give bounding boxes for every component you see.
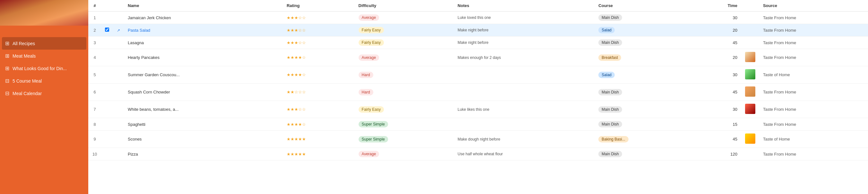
recipe-thumb-cell bbox=[741, 118, 759, 130]
recipe-name-cell: Squash Corn Chowder bbox=[124, 84, 283, 101]
recipe-stars[interactable]: ★★☆☆☆ bbox=[283, 84, 355, 101]
col-notes: Notes bbox=[454, 0, 595, 11]
recipe-name[interactable]: Pizza bbox=[128, 152, 138, 157]
course-badge: Main Dish bbox=[598, 106, 622, 113]
recipe-name[interactable]: Squash Corn Chowder bbox=[128, 90, 170, 94]
recipe-name-cell: Hearty Pancakes bbox=[124, 49, 283, 66]
recipe-course: Salad bbox=[594, 66, 695, 84]
course-badge: Main Dish bbox=[598, 151, 622, 157]
table-row: 7White beans, tomatoes, a...★★★☆☆Fairly … bbox=[88, 101, 868, 118]
row-num: 3 bbox=[88, 37, 101, 49]
recipe-source: Taste From Home bbox=[759, 148, 868, 160]
recipe-difficulty: Fairly Easy bbox=[355, 24, 454, 37]
sidebar-item-meal-calendar[interactable]: ⊟Meal Calendar bbox=[0, 87, 88, 100]
recipe-thumb-cell bbox=[741, 66, 759, 84]
row-num: 4 bbox=[88, 49, 101, 66]
recipe-name[interactable]: Scones bbox=[128, 137, 142, 142]
row-num: 1 bbox=[88, 11, 101, 24]
table-row: 4Hearty Pancakes★★★★☆AverageMakes enough… bbox=[88, 49, 868, 66]
recipe-stars[interactable]: ★★★★☆ bbox=[283, 66, 355, 84]
recipe-notes: Make dough night before bbox=[454, 130, 595, 148]
table-row: 6Squash Corn Chowder★★☆☆☆HardMain Dish45… bbox=[88, 84, 868, 101]
recipe-course: Main Dish bbox=[594, 84, 695, 101]
recipe-notes: Make night before bbox=[454, 37, 595, 49]
recipe-stars[interactable]: ★★★☆☆ bbox=[283, 101, 355, 118]
sidebar-icon-all-recipes: ⊞ bbox=[5, 40, 9, 46]
recipe-time: 30 bbox=[695, 66, 741, 84]
recipe-stars[interactable]: ★★★★☆ bbox=[283, 49, 355, 66]
recipe-course: Baking Basi... bbox=[594, 130, 695, 148]
sidebar-item-all-recipes[interactable]: ⊞All Recipes bbox=[2, 37, 86, 50]
recipe-name-cell: White beans, tomatoes, a... bbox=[124, 101, 283, 118]
recipe-name[interactable]: Pasta Salad bbox=[128, 28, 150, 33]
row-expand-cell bbox=[113, 11, 124, 24]
table-row: 9Scones★★★★★Super SimpleMake dough night… bbox=[88, 130, 868, 148]
row-checkbox-cell bbox=[101, 130, 113, 148]
course-badge: Main Dish bbox=[598, 121, 622, 127]
recipe-difficulty: Fairly Easy bbox=[355, 37, 454, 49]
course-badge: Salad bbox=[598, 27, 615, 33]
col-check bbox=[101, 0, 113, 11]
row-expand-cell bbox=[113, 118, 124, 130]
sidebar-item-meat-meals[interactable]: ⊞Meat Meals bbox=[0, 50, 88, 62]
recipe-source: Taste of Home bbox=[759, 66, 868, 84]
recipe-difficulty: Average bbox=[355, 49, 454, 66]
recipe-stars[interactable]: ★★★☆☆ bbox=[283, 24, 355, 37]
recipe-thumbnail bbox=[745, 52, 755, 62]
recipe-course: Main Dish bbox=[594, 118, 695, 130]
recipe-stars[interactable]: ★★★★☆ bbox=[283, 118, 355, 130]
recipe-time: 120 bbox=[695, 148, 741, 160]
col-name: Name bbox=[124, 0, 283, 11]
recipe-source: Taste From Home bbox=[759, 24, 868, 37]
sidebar-item-5-course-meal[interactable]: ⊟5 Course Meal bbox=[0, 75, 88, 87]
recipe-name[interactable]: Lasagna bbox=[128, 40, 144, 45]
recipe-name[interactable]: Hearty Pancakes bbox=[128, 55, 159, 60]
recipe-source: Taste From Home bbox=[759, 118, 868, 130]
recipe-thumb-cell bbox=[741, 49, 759, 66]
course-badge: Main Dish bbox=[598, 89, 622, 95]
row-expand-cell bbox=[113, 130, 124, 148]
table-container: # Name Rating Difficulty Notes Course Ti… bbox=[88, 0, 868, 194]
recipe-thumb-cell bbox=[741, 11, 759, 24]
difficulty-badge: Average bbox=[359, 14, 379, 21]
expand-icon[interactable]: ↗ bbox=[117, 28, 120, 33]
row-checkbox-cell bbox=[101, 148, 113, 160]
recipe-notes bbox=[454, 84, 595, 101]
course-badge: Salad bbox=[598, 72, 615, 78]
recipe-notes bbox=[454, 118, 595, 130]
recipe-difficulty: Fairly Easy bbox=[355, 101, 454, 118]
recipe-thumb-cell bbox=[741, 84, 759, 101]
recipe-stars[interactable]: ★★★☆☆ bbox=[283, 37, 355, 49]
recipe-time: 45 bbox=[695, 130, 741, 148]
recipe-notes: Luke loved this one bbox=[454, 11, 595, 24]
row-checkbox[interactable] bbox=[105, 28, 109, 32]
difficulty-badge: Hard bbox=[359, 89, 373, 95]
col-thumb bbox=[741, 0, 759, 11]
sidebar-item-what-looks-good[interactable]: ⊞What Looks Good for Din... bbox=[0, 62, 88, 75]
recipe-stars[interactable]: ★★★☆☆ bbox=[283, 11, 355, 24]
col-course: Course bbox=[594, 0, 695, 11]
recipe-name[interactable]: Jamaican Jerk Chicken bbox=[128, 15, 171, 20]
recipe-name[interactable]: Spaghetti bbox=[128, 122, 146, 127]
recipe-notes: Use half whole wheat flour bbox=[454, 148, 595, 160]
recipe-difficulty: Super Simple bbox=[355, 130, 454, 148]
recipe-stars[interactable]: ★★★★★ bbox=[283, 130, 355, 148]
recipe-name[interactable]: White beans, tomatoes, a... bbox=[128, 107, 179, 112]
recipe-name[interactable]: Summer Garden Couscou... bbox=[128, 72, 180, 77]
recipe-thumb-cell bbox=[741, 130, 759, 148]
recipe-thumb-cell bbox=[741, 101, 759, 118]
row-checkbox-cell bbox=[101, 66, 113, 84]
row-expand-cell bbox=[113, 49, 124, 66]
row-expand-cell bbox=[113, 84, 124, 101]
sidebar-item-label: Meal Calendar bbox=[12, 91, 42, 96]
row-checkbox-cell bbox=[101, 37, 113, 49]
row-checkbox-cell bbox=[101, 118, 113, 130]
sidebar: ⊞All Recipes⊞Meat Meals⊞What Looks Good … bbox=[0, 0, 88, 194]
table-row: 3Lasagna★★★☆☆Fairly EasyMake night befor… bbox=[88, 37, 868, 49]
recipe-stars[interactable]: ★★★★★ bbox=[283, 148, 355, 160]
sidebar-item-label: Meat Meals bbox=[12, 53, 36, 59]
row-expand-cell bbox=[113, 66, 124, 84]
difficulty-badge: Fairly Easy bbox=[359, 106, 384, 113]
recipe-notes: Makes enough for 2 days bbox=[454, 49, 595, 66]
col-time: Time bbox=[695, 0, 741, 11]
